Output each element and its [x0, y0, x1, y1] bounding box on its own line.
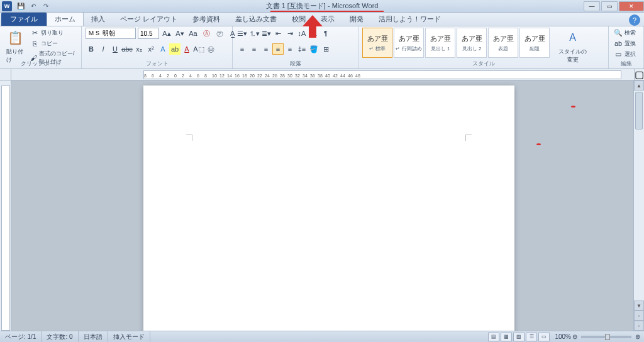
status-wordcount[interactable]: 文字数: 0 — [42, 331, 78, 342]
align-center-icon[interactable]: ≡ — [248, 43, 260, 55]
maximize-button[interactable]: ▭ — [601, 1, 618, 11]
word-app-icon: W — [2, 1, 12, 11]
close-button[interactable]: ✕ — [619, 1, 644, 11]
style-normal[interactable]: あア亜↵ 標準 — [362, 28, 392, 58]
select-button[interactable]: ▭選択 — [613, 49, 637, 59]
group-clipboard: 📋 貼り付け ✂切り取り ⎘コピー 🖌書式のコピー/貼り付け クリップボード — [0, 26, 82, 69]
view-draft-icon[interactable]: ▭ — [538, 333, 550, 341]
margin-mark-tl — [186, 135, 192, 141]
annotation-arrow — [300, 14, 325, 39]
scroll-thumb[interactable] — [635, 92, 643, 130]
cut-icon: ✂ — [30, 28, 39, 37]
annotation-dot — [536, 143, 541, 145]
italic-icon[interactable]: I — [97, 43, 109, 55]
tab-addon[interactable]: 活用しよう！ワード — [371, 13, 448, 26]
font-size-combo[interactable]: 10.5 — [138, 28, 159, 39]
multilevel-icon[interactable]: ≣▾ — [260, 28, 272, 39]
highlight-icon[interactable]: ab — [169, 43, 180, 55]
phonetic-icon[interactable]: ㋐ — [214, 28, 225, 39]
cut-button[interactable]: ✂切り取り — [29, 28, 77, 38]
window-title: 文書 1 [互換モード] - Microsoft Word — [266, 1, 379, 11]
view-print-icon[interactable]: ▤ — [488, 333, 499, 341]
align-left-icon[interactable]: ≡ — [236, 43, 248, 55]
group-paragraph: ☰▾ ⒈▾ ≣▾ ⇤ ⇥ ↕A A↓ ¶ ≡ ≡ ≡ ≡ ≡ ‡≡ 🪣 ⊞ 段落 — [233, 26, 358, 69]
indent-inc-icon[interactable]: ⇥ — [284, 28, 296, 39]
scroll-down-icon[interactable]: ▼ — [634, 301, 644, 311]
ruler-toggle[interactable]: ▢ — [634, 69, 644, 80]
tab-references[interactable]: 参考資料 — [185, 13, 228, 26]
zoom-thumb[interactable] — [605, 334, 610, 340]
replace-icon: ab — [614, 39, 623, 48]
tab-file[interactable]: ファイル — [1, 13, 47, 26]
superscript-icon[interactable]: x² — [145, 43, 157, 55]
statusbar: ページ: 1/1 文字数: 0 日本語 挿入モード ▤ ▦ ▨ ☰ ▭ 100%… — [0, 331, 644, 342]
status-zoom[interactable]: 100% — [555, 333, 571, 340]
copy-button[interactable]: ⎘コピー — [29, 38, 77, 48]
font-name-combo[interactable]: ＭＳ 明朝 — [86, 28, 136, 39]
tab-dev[interactable]: 開発 — [342, 13, 371, 26]
shading-icon[interactable]: 🪣 — [308, 43, 319, 55]
style-gallery: あア亜↵ 標準 あア亜↵ 行間詰め あア亜見出し 1 あア亜見出し 2 あア亜表… — [362, 28, 550, 58]
style-title[interactable]: あア亜表題 — [488, 28, 518, 58]
annotation-dot — [571, 106, 575, 108]
style-nospace[interactable]: あア亜↵ 行間詰め — [394, 28, 424, 58]
group-font: ＭＳ 明朝 10.5 A▴ A▾ Aa Ⓐ ㋐ A̲ B I U abc x₂ … — [82, 26, 233, 69]
help-icon[interactable]: ? — [629, 14, 640, 26]
style-heading2[interactable]: あア亜見出し 2 — [457, 28, 487, 58]
view-fullscreen-icon[interactable]: ▦ — [501, 333, 512, 341]
view-web-icon[interactable]: ▨ — [513, 333, 525, 341]
horizontal-ruler[interactable]: 8642024681012141618202224262830323436384… — [11, 69, 634, 80]
margin-mark-tr — [465, 135, 472, 141]
change-case-icon[interactable]: Aa — [187, 28, 199, 39]
zoom-in-icon[interactable]: ⊕ — [635, 333, 640, 340]
style-heading1[interactable]: あア亜見出し 1 — [425, 28, 455, 58]
minimize-button[interactable]: — — [584, 1, 600, 11]
shrink-font-icon[interactable]: A▾ — [174, 28, 186, 39]
vertical-scrollbar[interactable]: ▲ ▼ ◦ ◦ — [633, 80, 644, 331]
zoom-out-icon[interactable]: ⊖ — [572, 333, 577, 340]
subscript-icon[interactable]: x₂ — [133, 43, 145, 55]
next-page-icon[interactable]: ◦ — [634, 321, 644, 331]
enclose-char-icon[interactable]: ㊐ — [205, 43, 216, 55]
status-page[interactable]: ページ: 1/1 — [0, 331, 42, 342]
workspace: ▲ ▼ ◦ ◦ — [0, 80, 644, 331]
bullets-icon[interactable]: ☰▾ — [236, 28, 248, 39]
tab-layout[interactable]: ページ レイアウト — [113, 13, 185, 26]
group-styles: あア亜↵ 標準 あア亜↵ 行間詰め あア亜見出し 1 あア亜見出し 2 あア亜表… — [358, 26, 609, 69]
vertical-ruler[interactable] — [0, 80, 11, 331]
numbering-icon[interactable]: ⒈▾ — [248, 28, 260, 39]
quick-access-toolbar: 💾 ↶ ↷ — [16, 1, 51, 11]
align-distribute-icon[interactable]: ≡ — [284, 43, 296, 55]
line-spacing-icon[interactable]: ‡≡ — [296, 43, 308, 55]
align-right-icon[interactable]: ≡ — [260, 43, 272, 55]
tab-home[interactable]: ホーム — [47, 12, 84, 26]
page[interactable] — [143, 86, 514, 331]
underline-icon[interactable]: U — [109, 43, 121, 55]
grow-font-icon[interactable]: A▴ — [161, 28, 172, 39]
save-icon[interactable]: 💾 — [16, 1, 26, 11]
style-subtitle[interactable]: あア亜副題 — [519, 28, 550, 58]
align-justify-icon[interactable]: ≡ — [272, 43, 284, 55]
zoom-slider[interactable] — [581, 336, 631, 338]
tab-mailings[interactable]: 差し込み文書 — [228, 13, 284, 26]
font-color-icon[interactable]: A — [181, 43, 192, 55]
copy-icon: ⎘ — [30, 39, 39, 48]
text-effect-icon[interactable]: A — [157, 43, 169, 55]
document-area[interactable] — [11, 80, 633, 331]
char-shading-icon[interactable]: A⬚ — [193, 43, 204, 55]
tab-insert[interactable]: 挿入 — [84, 13, 113, 26]
prev-page-icon[interactable]: ◦ — [634, 311, 644, 321]
indent-dec-icon[interactable]: ⇤ — [272, 28, 284, 39]
status-insertmode[interactable]: 挿入モード — [108, 331, 150, 342]
borders-icon[interactable]: ⊞ — [320, 43, 331, 55]
undo-icon[interactable]: ↶ — [28, 1, 38, 11]
view-outline-icon[interactable]: ☰ — [526, 333, 537, 341]
strike-icon[interactable]: abc — [121, 43, 133, 55]
scroll-up-icon[interactable]: ▲ — [634, 80, 644, 91]
find-button[interactable]: 🔍検索 — [613, 28, 637, 38]
redo-icon[interactable]: ↷ — [41, 1, 51, 11]
clear-format-icon[interactable]: Ⓐ — [201, 28, 212, 39]
status-language[interactable]: 日本語 — [79, 331, 108, 342]
replace-button[interactable]: ab置換 — [613, 38, 637, 48]
bold-icon[interactable]: B — [86, 43, 97, 55]
